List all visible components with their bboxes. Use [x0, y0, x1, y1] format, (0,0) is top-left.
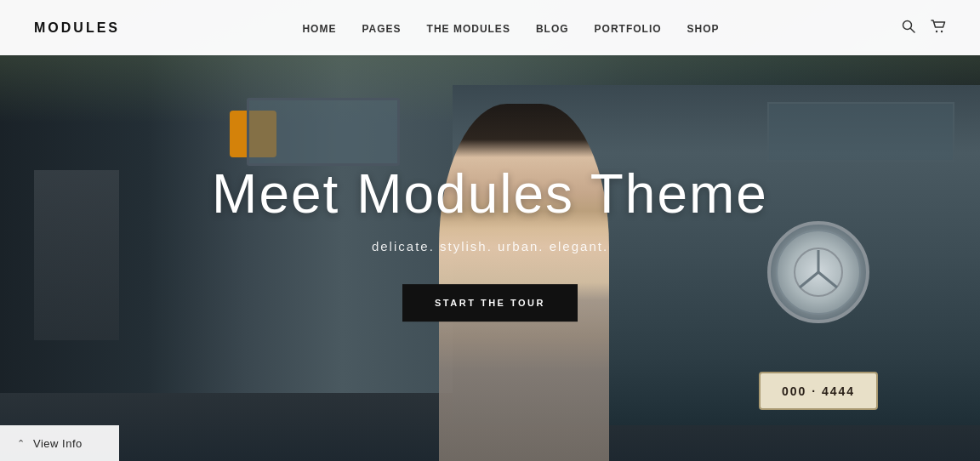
window-right	[767, 102, 954, 162]
hero-content: Meet Modules Theme delicate. stylish. ur…	[192, 164, 788, 322]
nav-item-blog[interactable]: BLOG	[536, 20, 569, 36]
nav-link-the-modules[interactable]: THE MODULES	[427, 23, 510, 35]
nav-link-pages[interactable]: PAGES	[362, 23, 401, 35]
cart-icon[interactable]	[931, 20, 946, 37]
svg-point-6	[936, 30, 937, 31]
emblem-inner	[776, 230, 861, 315]
nav-link-blog[interactable]: BLOG	[536, 23, 569, 35]
svg-line-2	[818, 272, 837, 287]
svg-line-3	[800, 272, 818, 287]
hero-section: 000 · 4444 MODULES HOME PAGES THE MODULE…	[0, 0, 980, 461]
nav-item-pages[interactable]: PAGES	[362, 20, 401, 36]
navbar: MODULES HOME PAGES THE MODULES BLOG PORT…	[0, 0, 980, 55]
site-logo: MODULES	[34, 20, 120, 36]
hero-subtitle: delicate. stylish. urban. elegant.	[192, 240, 788, 254]
windshield	[247, 98, 400, 166]
nav-link-shop[interactable]: SHOP	[687, 23, 720, 35]
view-info-label: View Info	[33, 437, 83, 450]
start-tour-button[interactable]: START THE TOUR	[402, 285, 578, 322]
mercedes-star-icon	[793, 247, 844, 298]
license-plate: 000 · 4444	[759, 372, 878, 410]
nav-link-home[interactable]: HOME	[302, 23, 336, 35]
nav-icons	[902, 20, 946, 37]
bg-stairs	[34, 170, 119, 340]
nav-link-portfolio[interactable]: PORTFOLIO	[595, 23, 662, 35]
view-info-bar[interactable]: ⌃ View Info	[0, 425, 119, 461]
nav-item-home[interactable]: HOME	[302, 20, 336, 36]
svg-point-7	[941, 30, 943, 31]
nav-links: HOME PAGES THE MODULES BLOG PORTFOLIO SH…	[302, 20, 719, 36]
nav-item-shop[interactable]: SHOP	[687, 20, 720, 36]
search-icon[interactable]	[902, 20, 915, 37]
nav-item-portfolio[interactable]: PORTFOLIO	[595, 20, 662, 36]
chevron-up-icon: ⌃	[17, 438, 25, 449]
hero-title: Meet Modules Theme	[192, 164, 788, 224]
nav-item-the-modules[interactable]: THE MODULES	[427, 20, 510, 36]
svg-line-5	[911, 28, 915, 32]
